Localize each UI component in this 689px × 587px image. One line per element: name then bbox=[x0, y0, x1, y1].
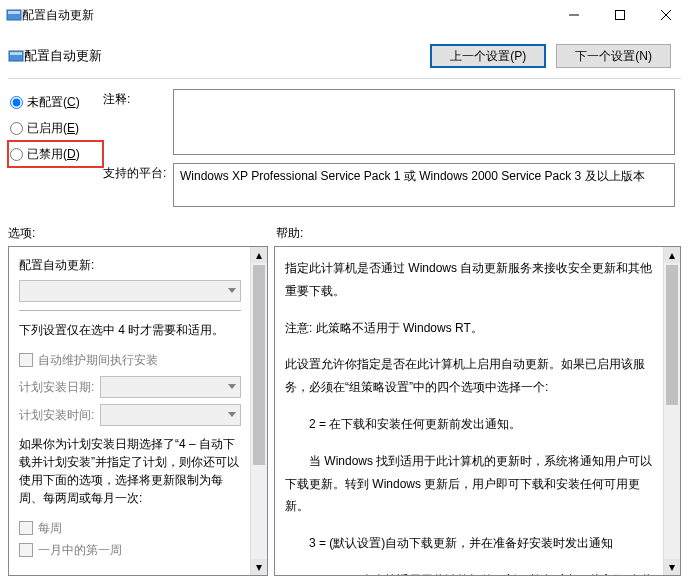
svg-rect-4 bbox=[10, 52, 22, 55]
help-label: 帮助: bbox=[276, 225, 303, 242]
comment-label: 注释: bbox=[103, 89, 173, 155]
help-text: 指定此计算机是否通过 Windows 自动更新服务来接收安全更新和其他重要下载。 bbox=[285, 257, 654, 303]
policy-icon bbox=[8, 48, 24, 64]
help-text: 3 = (默认设置)自动下载更新，并在准备好安装时发出通知 bbox=[285, 532, 654, 555]
radio-disabled[interactable]: 已禁用(D) bbox=[8, 141, 103, 167]
options-label: 选项: bbox=[8, 225, 276, 242]
scroll-down-icon[interactable]: ▾ bbox=[251, 559, 267, 575]
cb-maintenance[interactable]: 自动维护期间执行安装 bbox=[19, 349, 241, 371]
help-scrollbar[interactable]: ▴ ▾ bbox=[663, 247, 680, 575]
window-title: 配置自动更新 bbox=[22, 7, 551, 24]
svg-rect-2 bbox=[616, 11, 625, 20]
next-setting-button[interactable]: 下一个设置(N) bbox=[556, 44, 671, 68]
help-text: 此设置允许你指定是否在此计算机上启用自动更新。如果已启用该服务，必须在“组策略设… bbox=[285, 353, 654, 399]
help-text: Windows 会查找适用于此计算机的更新，并在后台下载它们(在此过程中，用户不… bbox=[285, 569, 654, 575]
app-icon bbox=[6, 7, 22, 23]
cb-first-week[interactable]: 一月中的第一周 bbox=[19, 539, 241, 561]
scroll-up-icon[interactable]: ▴ bbox=[664, 247, 680, 263]
config-select[interactable] bbox=[19, 280, 241, 302]
options-title: 配置自动更新: bbox=[19, 257, 241, 274]
help-text: 当 Windows 找到适用于此计算机的更新时，系统将通知用户可以下载更新。转到… bbox=[285, 450, 654, 518]
prev-setting-button[interactable]: 上一个设置(P) bbox=[430, 44, 546, 68]
minimize-button[interactable] bbox=[551, 0, 597, 30]
options-pane: 配置自动更新: 下列设置仅在选中 4 时才需要和适用。 自动维护期间执行安装 计… bbox=[8, 246, 268, 576]
sched-time-label: 计划安装时间: bbox=[19, 407, 94, 424]
platform-field: Windows XP Professional Service Pack 1 或… bbox=[173, 163, 675, 207]
svg-rect-1 bbox=[8, 11, 20, 14]
radio-enabled[interactable]: 已启用(E) bbox=[8, 115, 103, 141]
help-text: 2 = 在下载和安装任何更新前发出通知。 bbox=[285, 413, 654, 436]
sched-time-select[interactable] bbox=[100, 404, 241, 426]
help-text: 注意: 此策略不适用于 Windows RT。 bbox=[285, 317, 654, 340]
cb-weekly[interactable]: 每周 bbox=[19, 517, 241, 539]
scroll-thumb[interactable] bbox=[666, 265, 678, 405]
platform-label: 支持的平台: bbox=[103, 163, 173, 207]
comment-field[interactable] bbox=[173, 89, 675, 155]
maximize-button[interactable] bbox=[597, 0, 643, 30]
options-note: 下列设置仅在选中 4 时才需要和适用。 bbox=[19, 321, 241, 339]
scroll-up-icon[interactable]: ▴ bbox=[251, 247, 267, 263]
scroll-thumb[interactable] bbox=[253, 265, 265, 465]
sched-date-label: 计划安装日期: bbox=[19, 379, 94, 396]
close-button[interactable] bbox=[643, 0, 689, 30]
page-title: 配置自动更新 bbox=[24, 47, 430, 65]
sched-date-select[interactable] bbox=[100, 376, 241, 398]
options-para: 如果你为计划安装日期选择了“4 – 自动下载并计划安装”并指定了计划，则你还可以… bbox=[19, 435, 241, 507]
help-pane: 指定此计算机是否通过 Windows 自动更新服务来接收安全更新和其他重要下载。… bbox=[274, 246, 681, 576]
options-scrollbar[interactable]: ▴ ▾ bbox=[250, 247, 267, 575]
scroll-down-icon[interactable]: ▾ bbox=[664, 559, 680, 575]
radio-not-configured[interactable]: 未配置(C) bbox=[8, 89, 103, 115]
